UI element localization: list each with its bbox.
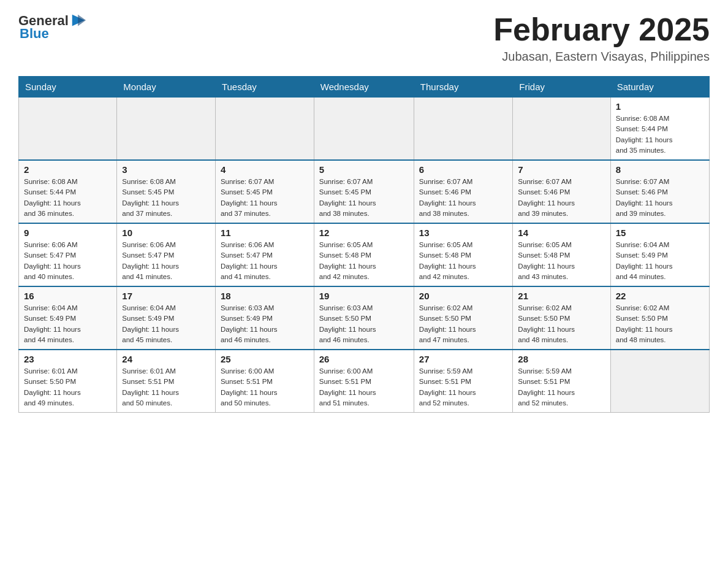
day-info: Sunrise: 6:05 AM Sunset: 5:48 PM Dayligh… — [419, 240, 507, 282]
calendar-day-cell: 15Sunrise: 6:04 AM Sunset: 5:49 PM Dayli… — [610, 223, 709, 286]
calendar-day-cell — [19, 98, 117, 161]
logo: General Blue — [18, 12, 87, 42]
calendar-week-row: 9Sunrise: 6:06 AM Sunset: 5:47 PM Daylig… — [19, 223, 710, 286]
day-number: 16 — [24, 291, 112, 301]
day-info: Sunrise: 6:00 AM Sunset: 5:51 PM Dayligh… — [319, 366, 409, 408]
calendar-day-cell: 27Sunrise: 5:59 AM Sunset: 5:51 PM Dayli… — [414, 350, 512, 413]
day-of-week-header: Friday — [513, 77, 610, 98]
logo-blue-text: Blue — [20, 26, 49, 42]
day-info: Sunrise: 6:07 AM Sunset: 5:46 PM Dayligh… — [419, 177, 507, 219]
calendar-week-row: 1Sunrise: 6:08 AM Sunset: 5:44 PM Daylig… — [19, 98, 710, 161]
calendar-day-cell: 14Sunrise: 6:05 AM Sunset: 5:48 PM Dayli… — [513, 223, 610, 286]
day-number: 28 — [518, 354, 605, 364]
calendar-day-cell — [215, 98, 314, 161]
calendar-day-cell — [314, 98, 414, 161]
calendar-day-cell: 28Sunrise: 5:59 AM Sunset: 5:51 PM Dayli… — [513, 350, 610, 413]
calendar-day-cell — [117, 98, 216, 161]
day-info: Sunrise: 6:06 AM Sunset: 5:47 PM Dayligh… — [221, 240, 309, 282]
day-info: Sunrise: 6:08 AM Sunset: 5:44 PM Dayligh… — [24, 177, 112, 219]
day-number: 20 — [419, 291, 507, 301]
day-info: Sunrise: 6:00 AM Sunset: 5:51 PM Dayligh… — [221, 366, 309, 408]
day-number: 4 — [221, 164, 309, 175]
location-subtitle: Jubasan, Eastern Visayas, Philippines — [493, 50, 710, 64]
day-info: Sunrise: 6:02 AM Sunset: 5:50 PM Dayligh… — [616, 303, 704, 345]
day-number: 27 — [419, 354, 507, 364]
day-info: Sunrise: 6:07 AM Sunset: 5:46 PM Dayligh… — [616, 177, 704, 219]
calendar-day-cell: 18Sunrise: 6:03 AM Sunset: 5:49 PM Dayli… — [215, 286, 314, 350]
day-info: Sunrise: 6:08 AM Sunset: 5:44 PM Dayligh… — [616, 113, 704, 156]
calendar-day-cell: 2Sunrise: 6:08 AM Sunset: 5:44 PM Daylig… — [19, 160, 117, 223]
calendar-day-cell: 11Sunrise: 6:06 AM Sunset: 5:47 PM Dayli… — [215, 223, 314, 286]
day-number: 8 — [616, 164, 704, 175]
day-number: 1 — [616, 101, 704, 112]
month-title: February 2025 — [493, 12, 710, 47]
day-info: Sunrise: 6:01 AM Sunset: 5:50 PM Dayligh… — [24, 366, 112, 408]
calendar-day-cell: 5Sunrise: 6:07 AM Sunset: 5:45 PM Daylig… — [314, 160, 414, 223]
day-number: 14 — [518, 228, 605, 238]
day-number: 24 — [122, 354, 210, 364]
day-number: 19 — [319, 291, 409, 301]
day-number: 6 — [419, 164, 507, 175]
calendar-day-cell: 6Sunrise: 6:07 AM Sunset: 5:46 PM Daylig… — [414, 160, 512, 223]
calendar-week-row: 16Sunrise: 6:04 AM Sunset: 5:49 PM Dayli… — [19, 286, 710, 350]
day-of-week-header: Wednesday — [314, 77, 414, 98]
calendar-day-cell: 3Sunrise: 6:08 AM Sunset: 5:45 PM Daylig… — [117, 160, 216, 223]
calendar-day-cell: 12Sunrise: 6:05 AM Sunset: 5:48 PM Dayli… — [314, 223, 414, 286]
calendar-day-cell: 10Sunrise: 6:06 AM Sunset: 5:47 PM Dayli… — [117, 223, 216, 286]
calendar-day-cell: 22Sunrise: 6:02 AM Sunset: 5:50 PM Dayli… — [610, 286, 709, 350]
day-number: 2 — [24, 164, 112, 175]
calendar-day-cell: 26Sunrise: 6:00 AM Sunset: 5:51 PM Dayli… — [314, 350, 414, 413]
day-info: Sunrise: 6:05 AM Sunset: 5:48 PM Dayligh… — [319, 240, 409, 282]
logo-flag-icon — [70, 12, 87, 29]
calendar-day-cell: 1Sunrise: 6:08 AM Sunset: 5:44 PM Daylig… — [610, 98, 709, 161]
calendar-day-cell: 16Sunrise: 6:04 AM Sunset: 5:49 PM Dayli… — [19, 286, 117, 350]
day-number: 26 — [319, 354, 409, 364]
day-number: 9 — [24, 228, 112, 238]
day-number: 18 — [221, 291, 309, 301]
day-info: Sunrise: 6:04 AM Sunset: 5:49 PM Dayligh… — [24, 303, 112, 345]
day-of-week-header: Sunday — [19, 77, 117, 98]
calendar-day-cell: 20Sunrise: 6:02 AM Sunset: 5:50 PM Dayli… — [414, 286, 512, 350]
day-number: 22 — [616, 291, 704, 301]
day-number: 13 — [419, 228, 507, 238]
day-number: 5 — [319, 164, 409, 175]
day-info: Sunrise: 6:03 AM Sunset: 5:50 PM Dayligh… — [319, 303, 409, 345]
svg-marker-1 — [78, 15, 86, 26]
day-info: Sunrise: 6:07 AM Sunset: 5:45 PM Dayligh… — [319, 177, 409, 219]
day-of-week-header: Monday — [117, 77, 216, 98]
day-info: Sunrise: 6:01 AM Sunset: 5:51 PM Dayligh… — [122, 366, 210, 408]
day-number: 21 — [518, 291, 605, 301]
page-header: General Blue February 2025 Jubasan, East… — [18, 12, 710, 64]
calendar-day-cell: 19Sunrise: 6:03 AM Sunset: 5:50 PM Dayli… — [314, 286, 414, 350]
day-number: 23 — [24, 354, 112, 364]
calendar-day-cell: 25Sunrise: 6:00 AM Sunset: 5:51 PM Dayli… — [215, 350, 314, 413]
calendar-table: SundayMondayTuesdayWednesdayThursdayFrid… — [18, 76, 710, 413]
day-of-week-header: Saturday — [610, 77, 709, 98]
calendar-week-row: 2Sunrise: 6:08 AM Sunset: 5:44 PM Daylig… — [19, 160, 710, 223]
calendar-day-cell: 21Sunrise: 6:02 AM Sunset: 5:50 PM Dayli… — [513, 286, 610, 350]
day-info: Sunrise: 6:06 AM Sunset: 5:47 PM Dayligh… — [122, 240, 210, 282]
day-number: 15 — [616, 228, 704, 238]
day-number: 3 — [122, 164, 210, 175]
calendar-day-cell — [610, 350, 709, 413]
day-number: 10 — [122, 228, 210, 238]
calendar-day-cell: 9Sunrise: 6:06 AM Sunset: 5:47 PM Daylig… — [19, 223, 117, 286]
calendar-day-cell: 13Sunrise: 6:05 AM Sunset: 5:48 PM Dayli… — [414, 223, 512, 286]
calendar-week-row: 23Sunrise: 6:01 AM Sunset: 5:50 PM Dayli… — [19, 350, 710, 413]
calendar-day-cell: 23Sunrise: 6:01 AM Sunset: 5:50 PM Dayli… — [19, 350, 117, 413]
day-info: Sunrise: 6:05 AM Sunset: 5:48 PM Dayligh… — [518, 240, 605, 282]
title-block: February 2025 Jubasan, Eastern Visayas, … — [493, 12, 710, 64]
day-info: Sunrise: 5:59 AM Sunset: 5:51 PM Dayligh… — [419, 366, 507, 408]
calendar-day-cell: 4Sunrise: 6:07 AM Sunset: 5:45 PM Daylig… — [215, 160, 314, 223]
day-number: 17 — [122, 291, 210, 301]
day-number: 25 — [221, 354, 309, 364]
day-of-week-header: Tuesday — [215, 77, 314, 98]
day-info: Sunrise: 6:07 AM Sunset: 5:45 PM Dayligh… — [221, 177, 309, 219]
day-number: 7 — [518, 164, 605, 175]
day-info: Sunrise: 6:03 AM Sunset: 5:49 PM Dayligh… — [221, 303, 309, 345]
calendar-day-cell — [414, 98, 512, 161]
calendar-day-cell — [513, 98, 610, 161]
calendar-day-cell: 8Sunrise: 6:07 AM Sunset: 5:46 PM Daylig… — [610, 160, 709, 223]
calendar-header-row: SundayMondayTuesdayWednesdayThursdayFrid… — [19, 77, 710, 98]
day-info: Sunrise: 6:08 AM Sunset: 5:45 PM Dayligh… — [122, 177, 210, 219]
